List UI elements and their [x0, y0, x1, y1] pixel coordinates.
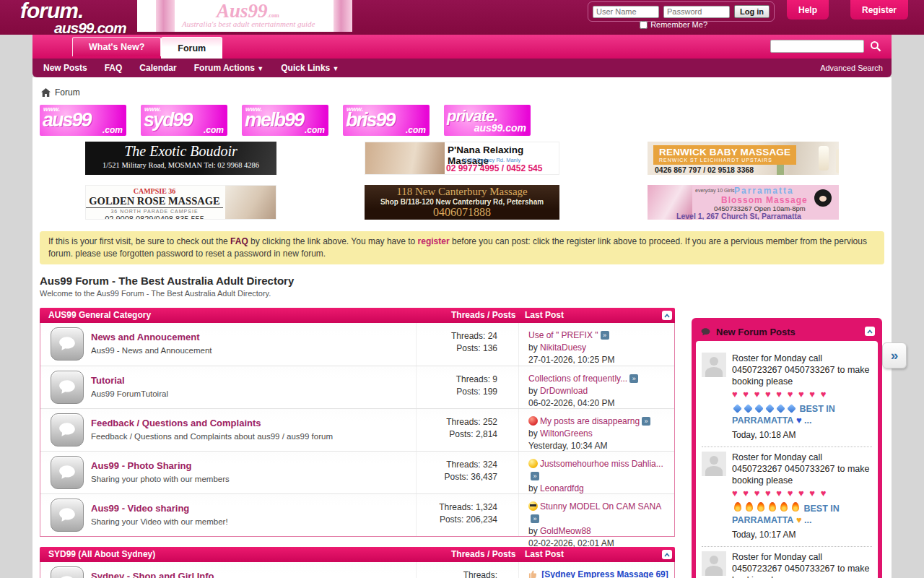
list-item[interactable]: Roster for Monday call 0450723267 045073… — [702, 447, 872, 547]
category-syd99: SYD99 (All About Sydney) Threads / Posts… — [40, 547, 675, 578]
posts-count: Posts: 206,234 — [401, 514, 497, 526]
last-post-user[interactable]: GoldMeow88 — [540, 526, 591, 536]
login-panel: Log in — [588, 1, 775, 22]
password-field[interactable] — [663, 6, 730, 18]
ad-title: The Exotic Boudoir — [85, 142, 276, 160]
forum-description: Sharing your photo with our members — [91, 475, 409, 483]
threads-count: Threads: 9 — [401, 374, 497, 386]
forum-link[interactable]: Aus99 - Photo Sharing — [91, 460, 191, 471]
register-button[interactable]: Register — [850, 0, 908, 20]
last-post-title[interactable]: My posts are disappearng — [540, 416, 640, 426]
nav-quick-links[interactable]: Quick Links ▼ — [281, 63, 339, 73]
username-field[interactable] — [593, 6, 659, 18]
ad-canterbury-massage[interactable]: 118 New Canterbury Massage Shop B/118-12… — [365, 185, 559, 220]
forum-icon — [51, 499, 84, 532]
last-post-user[interactable]: Leonardfdg — [540, 483, 584, 493]
nav-calendar[interactable]: Calendar — [139, 63, 176, 73]
ad-subtitle: RENWICK ST LEICHHARDT UPSTAIRS — [659, 158, 790, 163]
divider — [518, 562, 519, 578]
advanced-search-link[interactable]: Advanced Search — [820, 64, 883, 72]
forum-link[interactable]: Feedback / Questions and Complaints — [91, 418, 261, 428]
remember-me-checkbox[interactable] — [640, 21, 648, 29]
nav-new-posts[interactable]: New Posts — [43, 63, 87, 73]
ad-renwick-massage[interactable]: RENWICK BABY MASSAGE RENWICK ST LEICHHAR… — [648, 142, 839, 175]
home-icon[interactable] — [41, 88, 51, 97]
banner-name: aus99 — [43, 109, 91, 131]
list-item[interactable]: Roster for Monday call 0450723267 045073… — [702, 348, 872, 447]
last-post-user[interactable]: WiltonGreens — [540, 428, 593, 439]
forum-row-tutorial: Tutorial Aus99 ForumTutoiral Threads: 9 … — [40, 366, 674, 408]
nav-forum-actions[interactable]: Forum Actions ▼ — [194, 63, 264, 73]
welcome-text: Welcome to the Aus99 Forum - The Best Au… — [40, 289, 892, 298]
tab-whats-new[interactable]: What's New? — [72, 37, 161, 56]
last-post-title[interactable]: Stunny MODEL On CAM SANA — [540, 501, 661, 512]
ad-pnana-massage[interactable]: P'Nana Relaxing Massage 11/36 Sydney Rd.… — [365, 142, 559, 175]
ad-exotic-boudoir[interactable]: The Exotic Boudoir 1/521 Military Road, … — [85, 142, 276, 175]
register-link[interactable]: register — [418, 236, 450, 246]
banner-aus99[interactable]: www. aus99 .com — [40, 105, 126, 136]
goto-last-post-icon[interactable]: » — [601, 331, 609, 340]
goto-last-post-icon[interactable]: » — [629, 374, 638, 383]
page: forum. aus99.com Aus99.com Australia's b… — [0, 0, 924, 578]
ad-title: Parramatta — [734, 186, 794, 196]
by-label: by — [528, 342, 538, 353]
ad-golden-rose-massage[interactable]: CAMPSIE 36 GOLDEN ROSE MASSAGE 36 NORTH … — [85, 185, 276, 220]
divider — [518, 494, 519, 536]
banner-bris99[interactable]: www. bris99 .com — [343, 105, 430, 136]
category-aus99-general: AUS99 General Category Threads / Posts L… — [40, 308, 675, 537]
forum-description: Feedback / Questions and Complaints abou… — [91, 432, 409, 441]
collapse-button[interactable] — [662, 550, 672, 559]
category-header: AUS99 General Category Threads / Posts L… — [40, 308, 675, 323]
ad-photo — [365, 142, 445, 175]
help-button[interactable]: Help — [787, 0, 829, 20]
forum-link[interactable]: Aus99 - Video sharing — [91, 503, 189, 514]
ad-photo — [225, 186, 276, 220]
logo-line1: forum. — [20, 0, 126, 22]
divider — [518, 452, 519, 493]
collapse-button[interactable] — [662, 311, 672, 320]
last-post-title[interactable]: Justsomehourhoe miss Dahlia... — [540, 459, 663, 469]
avatar — [702, 353, 726, 377]
banner-syd99[interactable]: www. syd99 .com — [141, 105, 227, 136]
last-post-user[interactable]: NikitaDuesy — [540, 342, 586, 353]
site-logo[interactable]: forum. aus99.com — [20, 0, 126, 35]
search-icon[interactable] — [870, 40, 881, 52]
ad-blossom-massage[interactable]: everyday 10 Girls Parramatta Blossom Mas… — [648, 185, 839, 220]
threads-count: Threads: — [401, 569, 497, 578]
header-banner-ad[interactable]: Aus99.com Australia's best adult enterta… — [137, 0, 352, 32]
threads-count: Threads: 1,324 — [401, 501, 497, 514]
sidebar-slide-toggle[interactable]: » — [882, 342, 907, 368]
breadcrumb-forum[interactable]: Forum — [55, 87, 80, 98]
nav-faq[interactable]: FAQ — [105, 63, 123, 73]
goto-last-post-icon[interactable]: » — [642, 417, 650, 426]
banner-tld: .com — [406, 125, 426, 135]
remember-me: Remember Me? — [640, 20, 707, 29]
last-post-title[interactable]: Collections of frequently... — [528, 374, 627, 384]
ellipsis: ... — [804, 415, 811, 426]
goto-last-post-icon[interactable]: » — [531, 472, 539, 480]
tab-forum[interactable]: Forum — [161, 37, 222, 59]
list-item[interactable]: Roster for Monday call 0450723267 045073… — [702, 547, 872, 578]
ad-tag: CAMPSIE 36 — [86, 186, 223, 195]
column-last-post: Last Post — [525, 547, 564, 562]
goto-last-post-icon[interactable]: » — [531, 514, 539, 523]
forum-description: Aus99 ForumTutoiral — [91, 389, 409, 398]
banner-tld: .com — [103, 125, 123, 135]
last-post-prefix[interactable]: [Sydney Empress Massage 69] — [541, 569, 668, 578]
forum-row-news: News and Annoucement Aus99 - News and An… — [40, 323, 674, 366]
last-post-user[interactable]: DrDownload — [540, 386, 588, 396]
search-input[interactable] — [770, 40, 864, 53]
fire-icon — [746, 502, 753, 512]
banner-brand-suffix: .com — [268, 12, 279, 19]
forum-link[interactable]: Tutorial — [91, 375, 125, 386]
forum-link[interactable]: News and Annoucement — [91, 332, 199, 342]
forum-link[interactable]: Sydney - Shop and Girl Info — [91, 571, 214, 578]
last-post-date: 27-01-2026, 10:25 PM — [528, 354, 670, 366]
last-post-title[interactable]: Use of " PREFIX " — [528, 330, 598, 340]
ad-phone: 0426 867 797 / 02 9518 3368 — [655, 165, 754, 174]
collapse-button[interactable] — [865, 327, 875, 336]
login-button[interactable]: Log in — [734, 5, 770, 18]
faq-link[interactable]: FAQ — [230, 236, 248, 246]
banner-melb99[interactable]: www. melb99 .com — [242, 105, 328, 136]
banner-private-aus99[interactable]: private. aus99.com — [444, 105, 531, 136]
